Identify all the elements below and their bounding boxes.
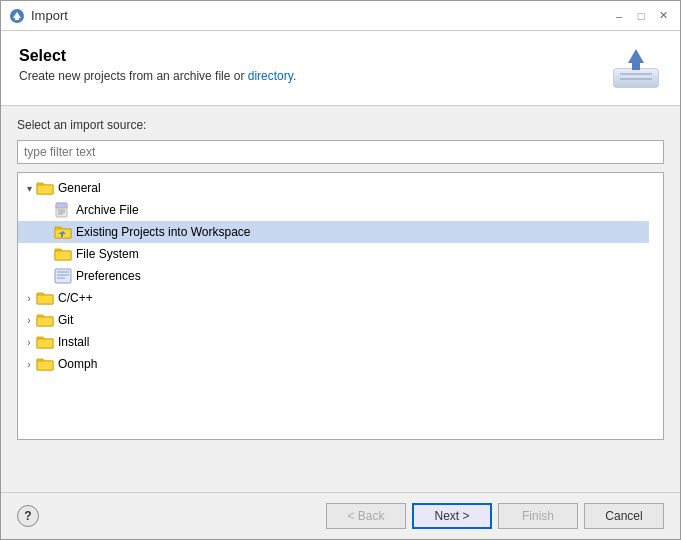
- svg-marker-7: [628, 49, 644, 63]
- title-bar: Import – □ ✕: [1, 1, 680, 31]
- tree-item-file-system[interactable]: File System: [18, 243, 649, 265]
- tree-item-existing-projects[interactable]: Existing Projects into Workspace: [18, 221, 649, 243]
- tree-item-cpp[interactable]: › C/C++: [18, 287, 649, 309]
- import-header-icon: [610, 47, 662, 91]
- tree-item-git[interactable]: › Git: [18, 309, 649, 331]
- window-title: Import: [31, 8, 68, 23]
- tree-item-install[interactable]: › Install: [18, 331, 649, 353]
- folder-icon-filesystem: [54, 246, 72, 262]
- separator-area: [1, 452, 680, 492]
- maximize-button[interactable]: □: [632, 7, 650, 25]
- source-label: Select an import source:: [17, 118, 664, 132]
- next-button[interactable]: Next >: [412, 503, 492, 529]
- content-section: Select an import source: ▾ General: [1, 106, 680, 452]
- tree-label-general: General: [58, 181, 101, 195]
- folder-icon-install: [36, 334, 54, 350]
- tree-item-archive-file[interactable]: Archive File: [18, 199, 649, 221]
- folder-icon-existing: [54, 224, 72, 240]
- tree-label-existing: Existing Projects into Workspace: [76, 225, 251, 239]
- svg-rect-15: [55, 269, 71, 283]
- close-button[interactable]: ✕: [654, 7, 672, 25]
- tree-item-general[interactable]: ▾ General: [18, 177, 649, 199]
- import-dialog: Import – □ ✕ Select Create new projects …: [0, 0, 681, 540]
- svg-rect-10: [56, 203, 67, 208]
- prefs-icon: [54, 268, 72, 284]
- expand-arrow-general: ▾: [22, 183, 36, 194]
- help-button[interactable]: ?: [17, 505, 39, 527]
- tree-label-filesystem: File System: [76, 247, 139, 261]
- tree-label-install: Install: [58, 335, 89, 349]
- svg-rect-2: [15, 18, 19, 20]
- tree-item-oomph[interactable]: › Oomph: [18, 353, 649, 375]
- page-title: Select: [19, 47, 296, 65]
- tree-label-oomph: Oomph: [58, 357, 97, 371]
- tree-item-preferences[interactable]: Preferences: [18, 265, 649, 287]
- folder-icon-general: [36, 180, 54, 196]
- finish-button[interactable]: Finish: [498, 503, 578, 529]
- bottom-bar: ? < Back Next > Finish Cancel: [1, 492, 680, 539]
- expand-arrow-git: ›: [22, 315, 36, 326]
- folder-icon-oomph: [36, 356, 54, 372]
- archive-icon: [54, 202, 72, 218]
- svg-rect-4: [614, 69, 658, 87]
- directory-link[interactable]: directory: [248, 69, 293, 83]
- tree-container: ▾ General: [17, 172, 664, 440]
- cancel-button[interactable]: Cancel: [584, 503, 664, 529]
- tree-label-archive: Archive File: [76, 203, 139, 217]
- back-button[interactable]: < Back: [326, 503, 406, 529]
- minimize-button[interactable]: –: [610, 7, 628, 25]
- import-title-icon: [9, 8, 25, 24]
- header-description: Create new projects from an archive file…: [19, 69, 296, 83]
- expand-arrow-oomph: ›: [22, 359, 36, 370]
- expand-arrow-cpp: ›: [22, 293, 36, 304]
- tree-scroll[interactable]: ▾ General: [18, 173, 663, 439]
- folder-icon-cpp: [36, 290, 54, 306]
- header-section: Select Create new projects from an archi…: [1, 31, 680, 106]
- expand-arrow-install: ›: [22, 337, 36, 348]
- filter-input[interactable]: [17, 140, 664, 164]
- tree-label-git: Git: [58, 313, 73, 327]
- svg-rect-8: [632, 62, 640, 70]
- tree-label-prefs: Preferences: [76, 269, 141, 283]
- tree-label-cpp: C/C++: [58, 291, 93, 305]
- folder-icon-git: [36, 312, 54, 328]
